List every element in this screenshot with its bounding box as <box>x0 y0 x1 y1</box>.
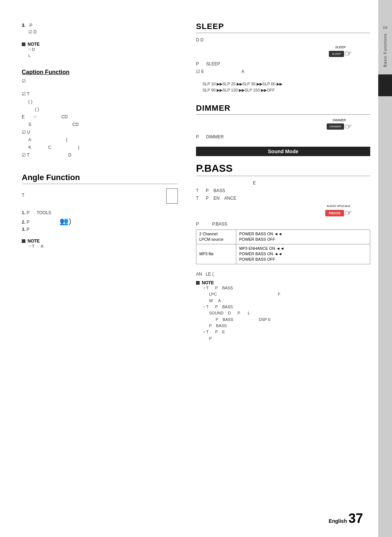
pbass-remote-btn: P.BASS <box>325 210 344 216</box>
note3-wa: W A <box>203 298 370 304</box>
note3-sound: SOUND D P L <box>203 310 370 316</box>
sleep-remote-btn: SLEEP <box>329 51 344 57</box>
check-d-block: ☑ D <box>22 29 178 35</box>
table-row: MP3 file MP3 ENHANCE ON ◄◄POWER BASS ON … <box>196 244 370 264</box>
angle-icon-row: T <box>22 188 178 204</box>
angle-description: T <box>22 192 24 200</box>
table-row: 2 ChannelLPCM source POWER BASS ON ◄◄POW… <box>196 229 370 244</box>
side-tab-accent <box>378 74 392 96</box>
hand-pointer-icon-3: ☞ <box>345 208 352 218</box>
note-line2: L <box>28 53 178 58</box>
pbass-btn-labels: AUDIO UPSCALE <box>325 204 352 208</box>
sleep-slp2: SLP 90 ▶▶SLP 120 ▶▶SLP 150 ▶▶OFF <box>203 88 370 93</box>
sleep-title: SLEEP <box>196 22 370 33</box>
dimmer-section: DIMMER DIMMER DIMMER ☞ P DIMMER <box>196 103 370 140</box>
note3-p5: P <box>203 336 370 341</box>
caption-a: A ( <box>22 137 178 143</box>
angle-title: Angle Function <box>22 173 178 184</box>
sleep-btn-row: SLEEP ☞ <box>329 49 352 58</box>
dimmer-btn-row: DIMMER ☞ <box>327 122 352 131</box>
check-d: ☑ D <box>28 29 178 35</box>
note-header-3: NOTE <box>196 280 370 285</box>
table-cell-options2: MP3 ENHANCE ON ◄◄POWER BASS ON ◄◄POWER B… <box>236 244 370 264</box>
chapter-label: Basic Functions <box>383 33 387 67</box>
sleep-remote-group: SLEEP SLEEP ☞ <box>196 45 370 58</box>
note-content-1: ☞D L <box>22 47 178 59</box>
dimmer-title: DIMMER <box>196 103 370 115</box>
page-footer: English 37 <box>328 511 363 526</box>
chapter-number: 04 <box>383 25 387 30</box>
dimmer-remote-group: DIMMER DIMMER ☞ <box>196 118 370 131</box>
note2-line1: ☞T A <box>28 244 178 249</box>
pbass-p-pbass: P P.BASS <box>196 221 370 227</box>
note-header-2: NOTE <box>22 239 178 244</box>
sleep-section: SLEEP D D SLEEP SLEEP ☞ P SLEEP ☑ E <box>196 22 370 93</box>
sleep-slp1: SLP 10 ▶▶SLP 20 ▶▶SLP 30 ▶▶SLP 60 ▶▶ <box>203 81 370 87</box>
note-header-1: NOTE <box>22 42 178 47</box>
pbass-title: P.BASS <box>196 163 370 176</box>
pbass-btn-row: P.BASS ☞ <box>325 208 352 218</box>
note-label-2: NOTE <box>28 239 40 244</box>
note-square-icon-2 <box>22 239 25 243</box>
caption-section: Caption Function ☑ ☑ T ( ) ( ) E ☞ CD S <box>22 69 178 158</box>
note3-t2: ☞T P BASS <box>203 304 370 310</box>
sleep-slp-block: SLP 10 ▶▶SLP 20 ▶▶SLP 30 ▶▶SLP 60 ▶▶ SLP… <box>196 81 370 93</box>
dimmer-btn-label: DIMMER <box>327 118 352 122</box>
step3-label: 3. <box>22 23 28 28</box>
angle-step2: 2. P 👥) <box>22 217 178 225</box>
sleep-check-e: ☑ E A <box>196 68 370 75</box>
footer-language: English <box>328 518 347 524</box>
dimmer-remote-btn: DIMMER <box>327 123 344 130</box>
note-square-icon-3 <box>196 281 200 285</box>
sound-mode-bar: Sound Mode <box>196 147 370 156</box>
table-cell-source1: 2 ChannelLPCM source <box>196 229 236 244</box>
note-block-2: NOTE ☞T A <box>22 239 178 249</box>
top-section: 3. P ☑ D <box>22 22 178 35</box>
note-block-1: NOTE ☞D L <box>22 42 178 59</box>
hand-pointer-icon-2: ☞ <box>345 122 352 131</box>
hand-pointer-icon: ☞ <box>345 49 352 58</box>
angle-t: T <box>22 192 24 199</box>
step3-p: P <box>29 23 32 28</box>
caption-check: ☑ <box>22 78 178 84</box>
dimmer-remote-illustration: DIMMER DIMMER ☞ <box>327 118 352 131</box>
pbass-e: E <box>196 180 370 186</box>
caption-e-row: E ☞ CD <box>22 114 178 120</box>
angle-step1: 1. P TOOLS <box>22 210 178 215</box>
caption-s-cd: S CD <box>22 121 178 128</box>
note3-content: ☞T P BASS LPC F W A ☞T P BASS SOUND D P … <box>196 285 370 342</box>
caption-paren2: ( ) <box>22 106 178 113</box>
footer-page-number: 37 <box>348 511 363 526</box>
note-block-3: NOTE ☞T P BASS LPC F W A ☞T P BASS SOUND <box>196 280 370 342</box>
dimmer-p: P DIMMER <box>196 134 370 140</box>
table-cell-options1: POWER BASS ON ◄◄POWER BASS OFF <box>236 229 370 244</box>
caption-details: ☑ T ( ) ( ) E ☞ CD S CD ☑ U A <box>22 91 178 158</box>
pbass-remote-illustration: AUDIO UPSCALE P.BASS ☞ <box>325 204 352 218</box>
note-label-3: NOTE <box>202 280 214 285</box>
sleep-dd: D D <box>196 37 370 43</box>
caption-paren1: ( ) <box>22 98 178 105</box>
pbass-section: P.BASS E T P BASS T P EN ANCE AUDIO UPSC… <box>196 163 370 341</box>
caption-t2: ☑ T D <box>22 152 178 158</box>
sleep-remote-illustration: SLEEP SLEEP ☞ <box>329 45 352 58</box>
pbass-table: 2 ChannelLPCM source POWER BASS ON ◄◄POW… <box>196 229 370 264</box>
pbass-t-p-en: T P EN ANCE <box>196 195 370 202</box>
right-column: SLEEP D D SLEEP SLEEP ☞ P SLEEP ☑ E <box>189 22 370 515</box>
sound-mode-section: Sound Mode <box>196 147 370 156</box>
caption-u: ☑ U <box>22 129 178 135</box>
main-content: 3. P ☑ D NOTE ☞D L Caption Functi <box>22 22 370 515</box>
note3-pbass-dsp: P BASS DSP E <box>203 317 370 322</box>
note3-line1: ☞T P BASS <box>203 285 370 291</box>
pbass-t-p-bass: T P BASS <box>196 187 370 194</box>
sleep-p-sleep: P SLEEP <box>196 61 370 67</box>
note-line1: ☞D <box>28 47 178 52</box>
caption-t: ☑ T <box>22 91 178 97</box>
note3-t3: ☞T P E <box>203 329 370 335</box>
angle-step3: 3. P <box>22 227 178 232</box>
angle-section: Angle Function T 1. P TOOLS 2. P 👥) <box>22 173 178 249</box>
audio-upscale-label: AUDIO UPSCALE <box>327 204 350 208</box>
note3-dsp2: P BASS <box>203 323 370 329</box>
angle-box-icon <box>166 188 178 204</box>
angle-note: AN LE ( <box>196 271 370 277</box>
sleep-btn-label: SLEEP <box>329 45 352 49</box>
